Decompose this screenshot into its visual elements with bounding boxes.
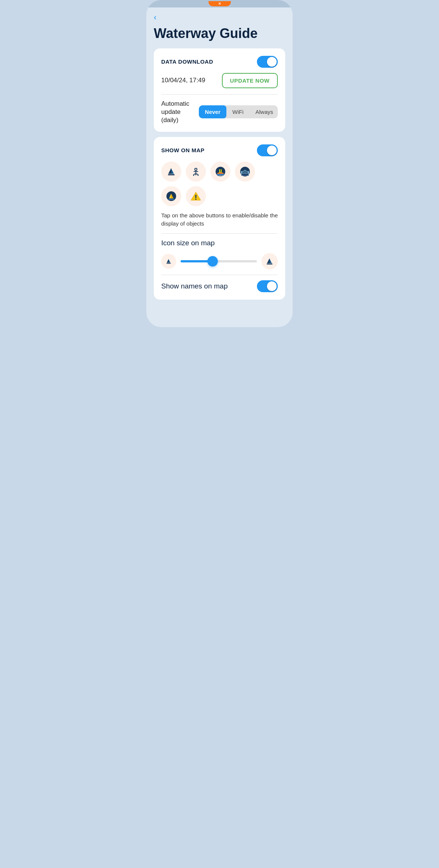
svg-marker-31 <box>267 258 270 263</box>
toggle-thumb <box>267 57 277 67</box>
dock-svg: DOCK <box>215 166 226 177</box>
show-on-map-header: SHOW ON MAP <box>161 144 278 156</box>
auto-update-row: Automaticupdate (daily) Never WiFi Alway… <box>161 100 278 124</box>
update-timestamp: 10/04/24, 17:49 <box>161 77 205 84</box>
svg-rect-30 <box>166 263 171 264</box>
buoy-icon-button[interactable] <box>161 186 181 206</box>
anchor-svg <box>191 166 201 177</box>
icon-size-label: Icon size on map <box>161 239 278 247</box>
svg-rect-19 <box>241 175 249 176</box>
toggle-track-2 <box>257 144 278 156</box>
page-content: ‹ Waterway Guide DATA DOWNLOAD 10/04/24,… <box>146 7 293 312</box>
update-row: 10/04/24, 17:49 UPDATE NOW <box>161 73 278 88</box>
svg-point-8 <box>198 175 199 176</box>
show-names-row: Show names on map <box>161 280 278 292</box>
bridge-icon-button[interactable] <box>235 162 255 182</box>
bridge-svg <box>240 166 250 177</box>
slider-thumb <box>207 256 218 267</box>
seg-wifi[interactable]: WiFi <box>226 105 249 118</box>
show-names-toggle[interactable] <box>257 280 278 292</box>
hint-text: Tap on the above buttons to enable/disab… <box>161 211 278 228</box>
show-on-map-card: SHOW ON MAP <box>154 137 285 300</box>
divider-3 <box>161 275 278 275</box>
sailboat-svg <box>166 166 176 177</box>
warning-svg <box>191 191 201 201</box>
segmented-control: Never WiFi Always <box>199 105 278 118</box>
show-on-map-toggle[interactable] <box>257 144 278 156</box>
svg-rect-23 <box>168 199 174 200</box>
toggle-track <box>257 56 278 68</box>
svg-rect-26 <box>195 195 197 198</box>
data-download-header: DATA DOWNLOAD <box>161 56 278 68</box>
svg-point-24 <box>171 192 172 194</box>
show-names-label: Show names on map <box>161 282 228 290</box>
phone-container: ✕ ‹ Waterway Guide DATA DOWNLOAD 10/04/2… <box>146 0 293 327</box>
svg-rect-12 <box>221 169 222 172</box>
toggle-thumb-3 <box>267 281 277 291</box>
toggle-track-3 <box>257 280 278 292</box>
toggle-thumb-2 <box>267 146 277 155</box>
divider-2 <box>161 233 278 234</box>
icon-size-slider-track[interactable] <box>181 260 257 262</box>
svg-marker-32 <box>270 259 272 263</box>
icon-size-slider-row <box>161 253 278 269</box>
update-now-button[interactable]: UPDATE NOW <box>222 73 278 88</box>
warning-icon-button[interactable] <box>186 186 206 206</box>
buoy-svg <box>166 191 176 201</box>
svg-rect-3 <box>168 174 175 175</box>
svg-rect-33 <box>267 264 272 265</box>
svg-point-4 <box>195 168 197 170</box>
map-icons-row: DOCK <box>161 162 278 206</box>
page-title: Waterway Guide <box>154 26 285 41</box>
small-sailboat-svg <box>165 258 172 265</box>
slider-fill <box>181 260 213 262</box>
icon-size-small <box>161 254 176 269</box>
svg-point-7 <box>193 175 194 176</box>
svg-text:DOCK: DOCK <box>219 175 223 177</box>
icon-size-large <box>261 253 278 269</box>
svg-rect-15 <box>241 173 249 173</box>
dock-icon-button[interactable]: DOCK <box>210 162 230 182</box>
seg-never[interactable]: Never <box>199 105 226 118</box>
anchor-icon-button[interactable] <box>186 162 206 182</box>
svg-marker-29 <box>169 259 171 263</box>
show-on-map-label: SHOW ON MAP <box>161 147 204 153</box>
data-download-card: DATA DOWNLOAD 10/04/24, 17:49 UPDATE NOW… <box>154 48 285 132</box>
sailboat-icon-button[interactable] <box>161 162 181 182</box>
large-sailboat-svg <box>265 257 274 266</box>
seg-always[interactable]: Always <box>249 105 278 118</box>
notch: ✕ <box>209 1 231 6</box>
data-download-label: DATA DOWNLOAD <box>161 58 213 65</box>
svg-marker-28 <box>167 259 169 262</box>
svg-point-27 <box>195 198 197 200</box>
svg-rect-11 <box>219 169 220 172</box>
data-download-toggle[interactable] <box>257 56 278 68</box>
status-bar: ✕ <box>146 0 293 7</box>
auto-update-label: Automaticupdate (daily) <box>161 100 199 124</box>
divider-1 <box>161 94 278 95</box>
notch-icon: ✕ <box>218 2 221 6</box>
back-button[interactable]: ‹ <box>154 13 156 22</box>
